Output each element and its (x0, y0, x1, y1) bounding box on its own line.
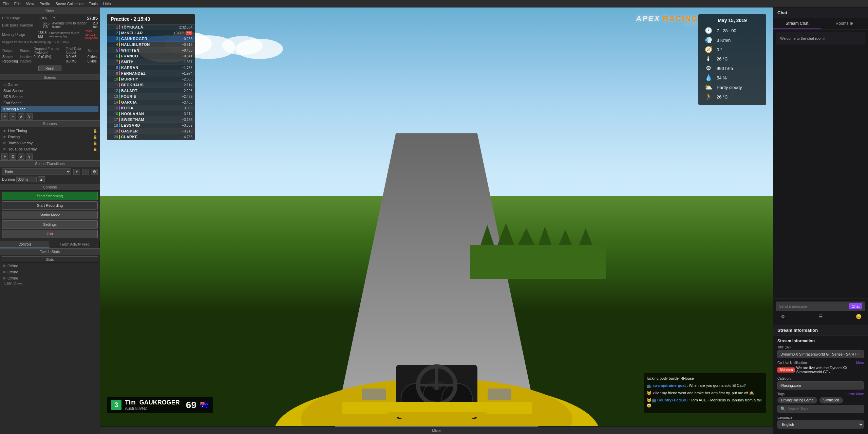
lock-icon-live-timing[interactable]: 🔒 (93, 129, 97, 133)
tab-rooms[interactable]: Rooms ⊕ (821, 18, 868, 29)
source-down-btn[interactable]: ∨ (26, 153, 33, 160)
tab-stream-chat[interactable]: Stream Chat (773, 18, 821, 29)
scene-down-btn[interactable]: ∨ (26, 113, 33, 120)
scene-item-iracing-race[interactable]: iRacing Race (1, 106, 98, 112)
scene-up-btn[interactable]: ∧ (18, 113, 24, 120)
source-add-btn[interactable]: + (1, 153, 8, 160)
tags-learn-more[interactable]: Learn More (847, 392, 864, 396)
start-streaming-button[interactable]: Start Streaming (2, 192, 98, 200)
source-live-timing-label: Live Timing (8, 129, 27, 133)
source-settings-btn[interactable]: ⚙ (10, 153, 16, 160)
chat-send-button[interactable]: Chat (849, 303, 862, 309)
scene-item-start-scene[interactable]: Start Scene (1, 88, 98, 94)
reset-button[interactable]: Reset (38, 66, 61, 71)
chat-message-input[interactable] (779, 304, 848, 308)
transition-remove-btn[interactable]: − (82, 169, 89, 175)
lb-time-12: +2.205 (170, 89, 192, 93)
search-tags-container: 🔍 (777, 405, 864, 413)
chat-line-4: 🐱📺 CountryFriedLou : Torn ACL + Meniscus… (647, 398, 763, 408)
exit-button[interactable]: Exit (2, 230, 98, 238)
weather-feel: 26 °C (717, 94, 728, 100)
scene-item-end-scene[interactable]: End Scene (1, 100, 98, 106)
eye-icon-live-timing[interactable]: 👁 (3, 129, 6, 133)
lb-row-9: 9 FERNANDEZ +1.974 (107, 71, 195, 76)
twitch-stats-header: Twitch Stats (0, 248, 100, 255)
transition-add-btn[interactable]: + (73, 169, 80, 175)
player-nationality: Australia/NZ (125, 406, 180, 411)
right-panel: Chat Stream Chat Rooms ⊕ Welcome to the … (773, 7, 868, 434)
search-tags-input[interactable] (788, 407, 861, 411)
language-select[interactable]: English (777, 420, 864, 429)
video-container: Practice - 2:15:43 1 TÖYKKÄLÄ 2:32.504 2… (100, 7, 773, 427)
stat-dot-3 (3, 277, 5, 279)
menu-edit[interactable]: Edit (14, 2, 21, 6)
eye-icon-youtube-overlay[interactable]: 👁 (3, 147, 6, 151)
start-recording-button[interactable]: Start Recording (2, 201, 98, 210)
studio-mode-button[interactable]: Studio Mode (2, 211, 98, 219)
transition-settings-btn[interactable]: ⚙ (91, 169, 98, 175)
duration-input[interactable] (16, 177, 37, 182)
lb-row-10: 10 MURPHY +2.033 (107, 76, 195, 82)
lb-name-11: BECKHAUS (121, 83, 170, 87)
title-input[interactable] (777, 350, 864, 358)
scene-item-brb-scene[interactable]: BRB Scene (1, 94, 98, 100)
stat-dot-2 (3, 271, 5, 273)
weather-humidity: 54 % (717, 75, 727, 80)
lb-row-18: 18 LESSARD +3.352 (107, 123, 195, 128)
left-tab-controls[interactable]: Controls (0, 241, 50, 248)
stat-offline-3: Offline (2, 275, 98, 281)
lb-pos-17: 17 (110, 117, 118, 122)
menu-tools[interactable]: Tools (89, 2, 98, 6)
player-flag: 🇦🇺 (200, 401, 209, 410)
lb-name-4: HALLIBURTON (121, 42, 170, 47)
source-up-btn[interactable]: ∧ (18, 153, 24, 160)
chat-line-1: fucking body builder 4House (647, 376, 763, 381)
lb-time-19: +3.713 (170, 129, 192, 133)
eye-icon-racing[interactable]: 👁 (3, 135, 6, 139)
weather-direction: 0 ° (717, 47, 722, 52)
lb-row-20: 20 CLARKE +4.783 (107, 134, 195, 140)
transition-select[interactable]: Fade (2, 168, 71, 175)
lb-pos-8: 8 (110, 66, 118, 70)
lb-name-18: LESSARD (121, 123, 170, 127)
menu-profile[interactable]: Profile (39, 2, 50, 6)
chat-emote-icon[interactable]: 😊 (854, 312, 863, 321)
menu-help[interactable]: Help (103, 2, 111, 6)
duration-up-btn[interactable]: ▲ (38, 176, 45, 182)
language-label: Language (777, 416, 864, 419)
chat-tabs: Stream Chat Rooms ⊕ (773, 18, 868, 30)
menu-file[interactable]: File (3, 2, 9, 6)
lock-icon-youtube-overlay[interactable]: 🔒 (93, 147, 97, 151)
player-card: 3 Tim GAUKROGER Australia/NZ 69 🇦🇺 (107, 397, 213, 413)
scene-add-btn[interactable]: + (1, 113, 8, 120)
left-tab-twitch-activity[interactable]: Twitch Activity Feed (50, 241, 100, 248)
tags-container: Driving/Racing Game Simulation (777, 397, 864, 405)
go-live-more-link[interactable]: More (856, 361, 864, 365)
lb-stripe-17 (119, 117, 120, 122)
menu-scene-collection[interactable]: Scene Collection (56, 2, 84, 6)
settings-button[interactable]: Settings (2, 220, 98, 229)
lock-icon-twitch-overlay[interactable]: 🔒 (93, 141, 97, 145)
transitions-header: Scene Transitions (0, 160, 100, 167)
chat-messages-list (773, 47, 868, 299)
lb-time-3: +0.286 (170, 37, 192, 41)
stream-dropped: 0 / 0 (0.0%) (33, 55, 65, 59)
eye-icon-twitch-overlay[interactable]: 👁 (3, 141, 6, 145)
category-input[interactable] (777, 381, 864, 390)
lb-stripe-12 (119, 89, 120, 93)
leaderboard-header: Practice - 2:15:43 (107, 14, 195, 24)
weather-pressure: 990 hPa (717, 66, 733, 71)
stream-data: 0.0 MB (65, 55, 87, 59)
chat-list-icon[interactable]: ☰ (817, 312, 825, 321)
tag-simulation[interactable]: Simulation (819, 397, 843, 403)
chat-badge-2: 📺 (647, 383, 653, 387)
go-live-row: 70/Learn We are live with the DynamiXX S… (777, 366, 864, 374)
chat-input-area: Chat ⚙ ☰ 😊 (773, 299, 868, 325)
lock-icon-racing[interactable]: 🔒 (93, 135, 97, 139)
scene-remove-btn[interactable]: − (10, 113, 16, 120)
scene-item-in-game[interactable]: In Game (1, 82, 98, 88)
tag-driving-racing[interactable]: Driving/Racing Game (777, 397, 817, 403)
weather-time-row: 🕐 7 : 28 : 00 (704, 26, 761, 35)
menu-view[interactable]: View (26, 2, 34, 6)
chat-settings-icon[interactable]: ⚙ (779, 312, 787, 321)
